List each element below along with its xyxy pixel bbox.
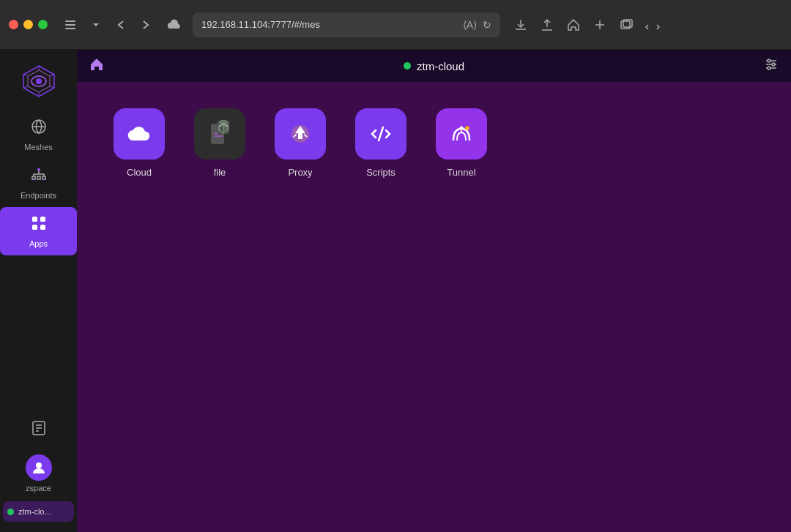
sidebar-item-apps[interactable]: Apps [0, 207, 77, 255]
maximize-button[interactable] [38, 20, 48, 29]
svg-point-32 [768, 59, 770, 62]
app-item-file[interactable]: file [187, 108, 253, 178]
chevron-down-icon[interactable] [87, 18, 105, 32]
proxy-app-icon [275, 108, 326, 160]
settings-button[interactable] [763, 56, 779, 76]
svg-rect-37 [214, 135, 223, 137]
svg-rect-1 [65, 24, 75, 26]
translate-icon: ⟨A⟩ [463, 19, 477, 31]
endpoints-label: Endpoints [21, 191, 56, 200]
svg-line-10 [50, 86, 54, 88]
apps-icon [30, 214, 48, 236]
meshes-label: Meshes [24, 143, 53, 151]
svg-line-8 [50, 75, 54, 76]
back-button[interactable] [111, 15, 133, 34]
svg-rect-23 [40, 225, 45, 230]
app-item-cloud[interactable]: Cloud [106, 108, 172, 178]
proxy-app-label: Proxy [288, 167, 312, 178]
svg-rect-0 [65, 20, 75, 22]
download-icon[interactable] [509, 15, 532, 35]
tabs-icon[interactable] [614, 15, 638, 35]
svg-rect-21 [40, 217, 45, 222]
browser-nav [111, 15, 156, 34]
endpoints-icon [30, 166, 48, 188]
svg-point-18 [33, 179, 34, 180]
svg-point-28 [36, 462, 42, 468]
svg-rect-15 [37, 176, 40, 179]
app-item-proxy[interactable]: Proxy [267, 108, 333, 178]
main-content: ztm-cloud [77, 50, 791, 532]
svg-point-19 [43, 179, 45, 180]
cloud-icon[interactable] [162, 15, 187, 34]
apps-grid: Cloud [77, 82, 791, 204]
mesh-status-dot [7, 509, 14, 515]
file-app-icon [194, 108, 245, 160]
home-button[interactable] [89, 56, 105, 76]
main-header: ztm-cloud [77, 50, 791, 82]
forward-button[interactable] [134, 15, 156, 34]
app-item-scripts[interactable]: Scripts [348, 108, 414, 178]
sidebar-toggle-button[interactable] [59, 15, 81, 34]
svg-point-17 [37, 168, 40, 171]
svg-rect-20 [32, 217, 37, 222]
tunnel-app-label: Tunnel [447, 167, 475, 178]
mesh-name: ztm-clo... [18, 507, 51, 516]
svg-point-33 [772, 63, 775, 66]
cloud-app-label: Cloud [127, 167, 152, 178]
app-container: Meshes Endpoints [0, 50, 791, 532]
tunnel-app-icon: ! [436, 108, 487, 160]
sidebar-item-endpoints[interactable]: Endpoints [0, 159, 77, 207]
svg-line-9 [23, 86, 28, 88]
globe-icon [30, 118, 48, 140]
avatar [26, 454, 52, 481]
browser-chrome: 192.168.11.104:7777/#/mes ⟨A⟩ ↻ [0, 0, 791, 50]
svg-rect-2 [65, 28, 75, 29]
home-browser-icon[interactable] [562, 15, 585, 35]
svg-point-6 [36, 78, 42, 84]
browser-actions [509, 15, 664, 35]
scripts-app-icon [355, 108, 406, 160]
mesh-title: ztm-cloud [417, 60, 464, 72]
header-title-area: ztm-cloud [404, 60, 464, 72]
share-icon[interactable] [535, 15, 559, 35]
address-bar[interactable]: 192.168.11.104:7777/#/mes ⟨A⟩ ↻ [193, 12, 500, 37]
online-status-dot [404, 62, 411, 70]
apps-label: Apps [29, 239, 48, 248]
sidebar: Meshes Endpoints [0, 50, 77, 532]
url-text: 192.168.11.104:7777/#/mes [201, 19, 457, 30]
traffic-lights [9, 20, 48, 29]
minimize-button[interactable] [23, 20, 33, 29]
file-app-label: file [214, 167, 226, 178]
svg-line-7 [23, 75, 28, 76]
user-item[interactable]: zspace [0, 449, 77, 498]
svg-rect-41 [448, 120, 475, 148]
app-item-tunnel[interactable]: ! Tunnel [428, 108, 494, 178]
logs-icon [30, 419, 48, 441]
svg-point-34 [768, 67, 770, 70]
new-tab-icon[interactable] [588, 15, 612, 35]
logo [15, 57, 62, 105]
sidebar-item-meshes[interactable]: Meshes [0, 110, 77, 159]
more-icon[interactable] [641, 15, 664, 35]
cloud-app-icon [114, 108, 165, 160]
user-label: zspace [26, 484, 51, 492]
mesh-tag[interactable]: ztm-clo... [3, 501, 74, 522]
close-button[interactable] [9, 20, 18, 29]
svg-point-42 [460, 127, 464, 130]
sidebar-item-logs[interactable] [0, 412, 77, 449]
svg-rect-22 [32, 225, 37, 230]
refresh-icon: ↻ [483, 19, 491, 31]
scripts-app-label: Scripts [366, 167, 396, 178]
